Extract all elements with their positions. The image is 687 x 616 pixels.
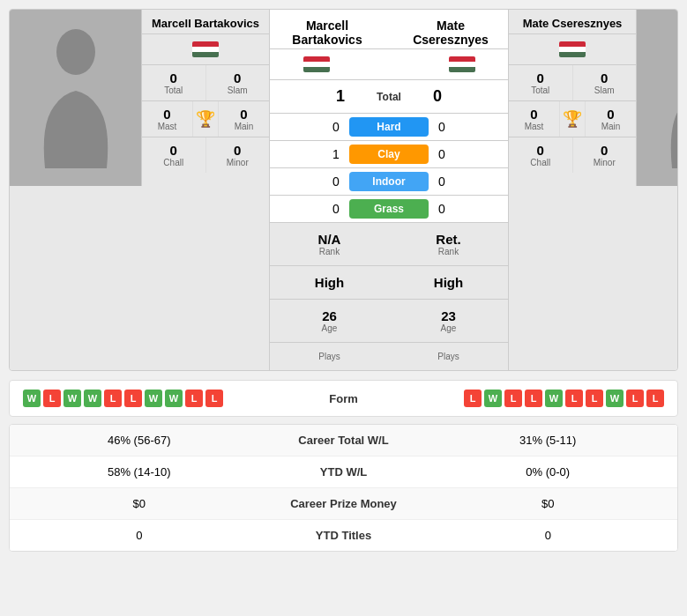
- right-mast-cell: 0 Mast: [509, 101, 559, 137]
- right-name-text: MateCseresznyes: [413, 19, 489, 47]
- right-minor-val: 0: [601, 143, 608, 158]
- right-player-name: Mate Cseresznyes: [509, 10, 636, 34]
- total-score-row: 1 Total 0: [270, 80, 508, 114]
- right-rank-val: Ret.: [436, 232, 460, 247]
- left-total-slam-row: 0 Total 0 Slam: [142, 65, 269, 101]
- left-rank-val: N/A: [318, 232, 341, 247]
- right-chall-cell: 0 Chall: [509, 137, 572, 173]
- left-main-cell: 0 Main: [219, 101, 269, 137]
- hard-left-score: 0: [323, 120, 349, 134]
- left-slam-cell: 0 Slam: [205, 65, 270, 100]
- titles-label: YTD Titles: [256, 529, 432, 542]
- right-plays-cell: Plays: [389, 343, 508, 370]
- left-player-photo: [10, 10, 142, 186]
- flag-green-stripe: [192, 52, 219, 57]
- svg-point-0: [56, 29, 95, 75]
- right-player-info: Mate Cseresznyes 0 Total: [508, 10, 636, 370]
- career-wl-row: 46% (56-67) Career Total W/L 31% (5-11): [10, 425, 677, 456]
- left-player-info: Marcell Bartakovics 0 Total: [142, 10, 270, 370]
- badge-w5: W: [165, 390, 183, 407]
- ytd-wl-left: 58% (14-10): [23, 465, 256, 479]
- right-silhouette: [659, 27, 679, 168]
- clay-btn: Clay: [349, 145, 429, 164]
- rank-row: N/A Rank Ret. Rank: [270, 222, 508, 265]
- left-mast-cell: 0 Mast: [142, 101, 192, 137]
- left-minor-val: 0: [234, 143, 241, 158]
- ytd-wl-right: 0% (0-0): [432, 465, 665, 479]
- badge-r-l3: L: [525, 390, 542, 407]
- badge-r-l2: L: [504, 390, 522, 407]
- right-flag: [509, 34, 636, 65]
- left-high-val: High: [315, 275, 344, 290]
- right-trophy-cell: 🏆: [559, 101, 586, 137]
- right-minor-cell: 0 Minor: [572, 137, 637, 173]
- clay-row: 1 Clay 0: [270, 141, 508, 168]
- right-chall-minor-row: 0 Chall 0 Minor: [509, 137, 636, 173]
- badge-r-l1: L: [464, 390, 482, 407]
- right-total-cell: 0 Total: [509, 65, 572, 100]
- badge-r-l7: L: [646, 390, 664, 407]
- right-plays-label: Plays: [437, 352, 459, 361]
- badge-l2: L: [104, 390, 122, 407]
- left-age-label: Age: [322, 323, 338, 333]
- left-total-cell: 0 Total: [142, 65, 205, 100]
- ytd-wl-label: YTD W/L: [256, 465, 432, 479]
- right-minor-label: Minor: [594, 158, 616, 167]
- titles-row: 0 YTD Titles 0: [10, 520, 677, 551]
- left-plays-cell: Plays: [270, 343, 389, 370]
- career-stats-table: 46% (56-67) Career Total W/L 31% (5-11) …: [9, 424, 678, 552]
- left-age-val: 26: [322, 308, 337, 323]
- left-chall-val: 0: [170, 143, 177, 158]
- left-minor-label: Minor: [227, 158, 249, 167]
- left-plays-label: Plays: [318, 352, 340, 361]
- left-chall-minor-row: 0 Chall 0 Minor: [142, 137, 269, 173]
- center-flags-row: [270, 49, 508, 80]
- left-name-center: MarcellBartakovics: [274, 19, 380, 47]
- right-total-slam-row: 0 Total 0 Slam: [509, 65, 636, 101]
- left-flag-img: [192, 41, 219, 57]
- grass-row: 0 Grass 0: [270, 196, 508, 222]
- right-total-label: Total: [531, 85, 549, 95]
- left-mast-val: 0: [163, 107, 170, 122]
- center-block: MarcellBartakovics MateCseresznyes: [270, 10, 508, 370]
- right-age-val: 23: [441, 308, 456, 323]
- right-flag-img: [559, 41, 586, 57]
- ytd-wl-row: 58% (14-10) YTD W/L 0% (0-0): [10, 456, 677, 488]
- total-label: Total: [354, 91, 424, 103]
- left-main-label: Main: [235, 122, 254, 131]
- right-mast-main-row: 0 Mast 🏆 0 Main: [509, 101, 636, 137]
- hard-right-score: 0: [429, 120, 455, 134]
- left-chall-cell: 0 Chall: [142, 137, 205, 173]
- photo-row: Marcell Bartakovics 0 Total: [10, 10, 677, 370]
- left-name-text: MarcellBartakovics: [292, 19, 362, 47]
- center-left-flag: [303, 56, 330, 72]
- left-slam-val: 0: [234, 71, 241, 85]
- right-age-cell: 23 Age: [389, 300, 508, 342]
- left-player-name: Marcell Bartakovics: [142, 10, 269, 34]
- badge-w2: W: [63, 390, 81, 407]
- right-high-val: High: [434, 275, 463, 290]
- hard-row: 0 Hard 0: [270, 114, 508, 141]
- surface-rows: 0 Hard 0 1 Clay 0 0 Indoor 0: [270, 114, 508, 222]
- center-right-flag: [449, 56, 475, 72]
- badge-r-l6: L: [626, 390, 644, 407]
- left-total-val: 0: [170, 71, 177, 85]
- badge-l1: L: [43, 390, 61, 407]
- right-rank-label: Rank: [438, 247, 459, 256]
- badge-w3: W: [84, 390, 101, 407]
- indoor-btn: Indoor: [349, 172, 429, 191]
- left-mast-main-row: 0 Mast 🏆 0 Main: [142, 101, 269, 137]
- left-age-cell: 26 Age: [270, 300, 389, 342]
- badge-r-w3: W: [606, 390, 624, 407]
- right-rank-cell: Ret. Rank: [389, 223, 508, 265]
- left-silhouette: [32, 27, 120, 168]
- right-chall-val: 0: [537, 143, 544, 158]
- indoor-row: 0 Indoor 0: [270, 168, 508, 196]
- grass-right-score: 0: [429, 202, 455, 216]
- badge-r-w1: W: [484, 390, 502, 407]
- right-slam-label: Slam: [594, 85, 615, 95]
- badge-r-w2: W: [545, 390, 563, 407]
- left-main-val: 0: [240, 107, 247, 122]
- left-total-label: Total: [164, 85, 183, 95]
- right-total-score: 0: [424, 87, 451, 106]
